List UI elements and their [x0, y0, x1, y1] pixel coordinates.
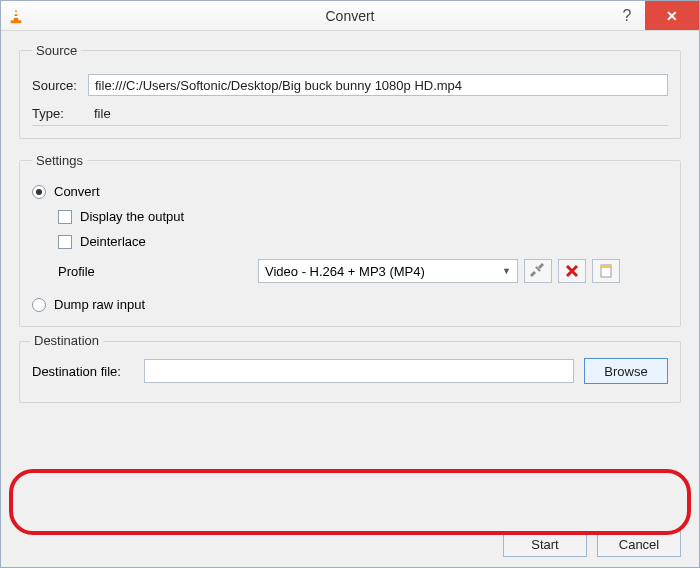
source-group: Source Source: Type: file [19, 43, 681, 139]
dialog-body: Source Source: Type: file Settings Conve… [1, 31, 699, 567]
close-button[interactable]: ✕ [645, 1, 699, 30]
svg-rect-1 [14, 12, 18, 14]
convert-dialog: Convert ? ✕ Source Source: Type: file Se… [0, 0, 700, 568]
annotation-highlight [9, 469, 691, 535]
destination-group: Destination Destination file: Browse [19, 341, 681, 403]
convert-radio[interactable] [32, 185, 46, 199]
display-output-checkbox[interactable] [58, 210, 72, 224]
type-label: Type: [32, 106, 88, 121]
settings-group: Settings Convert Display the output Dein… [19, 153, 681, 327]
deinterlace-checkbox[interactable] [58, 235, 72, 249]
edit-profile-button[interactable] [524, 259, 552, 283]
deinterlace-label: Deinterlace [80, 234, 146, 249]
dialog-buttons: Start Cancel [493, 531, 681, 557]
source-legend: Source [32, 43, 81, 58]
dump-raw-radio[interactable] [32, 298, 46, 312]
source-input[interactable] [88, 74, 668, 96]
window-title: Convert [325, 8, 374, 24]
settings-legend: Settings [32, 153, 87, 168]
destination-file-label: Destination file: [32, 364, 144, 379]
profile-dropdown[interactable]: Video - H.264 + MP3 (MP4) ▼ [258, 259, 518, 283]
display-output-label: Display the output [80, 209, 184, 224]
titlebar: Convert ? ✕ [1, 1, 699, 31]
new-document-icon [598, 263, 614, 279]
dump-raw-label: Dump raw input [54, 297, 145, 312]
destination-file-input[interactable] [144, 359, 574, 383]
svg-rect-6 [601, 265, 611, 268]
divider [32, 125, 668, 126]
type-value: file [88, 104, 117, 123]
profile-value: Video - H.264 + MP3 (MP4) [265, 264, 425, 279]
tools-icon [530, 263, 546, 279]
convert-label: Convert [54, 184, 100, 199]
svg-marker-0 [13, 8, 18, 21]
svg-rect-2 [13, 16, 18, 18]
delete-profile-button[interactable] [558, 259, 586, 283]
chevron-down-icon: ▼ [502, 266, 511, 276]
profile-label: Profile [58, 264, 258, 279]
source-label: Source: [32, 78, 88, 93]
destination-legend: Destination [30, 333, 103, 348]
cancel-button[interactable]: Cancel [597, 531, 681, 557]
start-button[interactable]: Start [503, 531, 587, 557]
vlc-cone-icon [7, 7, 25, 25]
svg-rect-3 [11, 20, 22, 23]
delete-icon [565, 264, 579, 278]
browse-button[interactable]: Browse [584, 358, 668, 384]
new-profile-button[interactable] [592, 259, 620, 283]
help-button[interactable]: ? [609, 1, 645, 30]
